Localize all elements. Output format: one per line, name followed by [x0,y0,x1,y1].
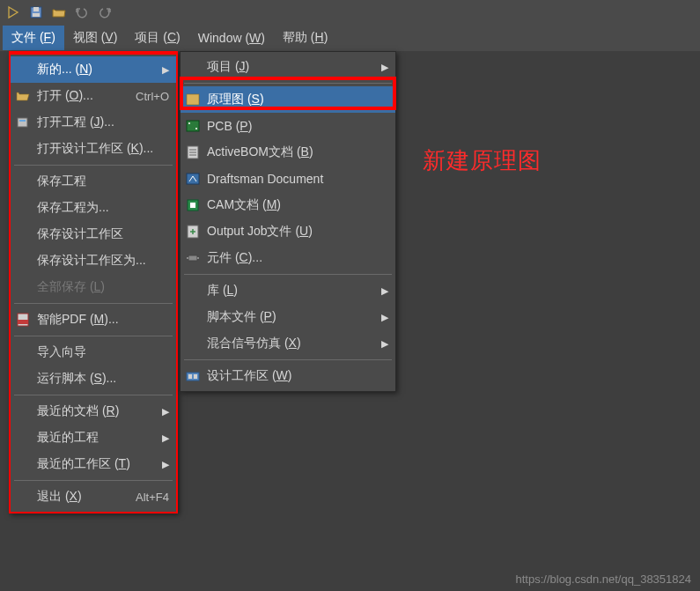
menu-item-label: 最近的工作区 (T) [37,456,155,472]
file-menu-item-0[interactable]: 新的... (N)▶ [11,56,176,83]
menu-item-label: 保存设计工作区为... [37,253,169,269]
svg-rect-8 [187,121,199,131]
file-menu-item-2[interactable]: 打开工程 (J)... [11,109,176,136]
blank-icon [14,174,32,189]
svg-rect-3 [18,118,27,127]
new-submenu-item-3[interactable]: PCB (P) [181,113,395,139]
file-menu-item-7[interactable]: 保存设计工作区 [11,221,176,247]
menu-help[interactable]: 帮助 (H) [274,26,336,50]
new-submenu-item-5[interactable]: Draftsman Document [181,166,395,192]
blank-icon [14,456,32,472]
menu-item-label: ActiveBOM文档 (B) [207,144,388,160]
new-submenu-item-11[interactable]: 脚本文件 (P)▶ [181,304,395,330]
chevron-right-icon: ▶ [381,338,388,350]
file-menu-item-8[interactable]: 保存设计工作区为... [11,247,176,274]
menu-item-label: 库 (L) [207,283,374,299]
file-menu-item-16[interactable]: 最近的文档 (R)▶ [11,398,176,425]
svg-rect-4 [19,120,26,122]
svg-rect-1 [33,7,39,11]
file-menu-item-11[interactable]: 智能PDF (M)... [11,307,176,333]
new-submenu-item-2[interactable]: 原理图 (S) [181,86,395,113]
file-dropdown: 新的... (N)▶打开 (O)...Ctrl+O打开工程 (J)...打开设计… [9,51,178,513]
blank-icon [14,141,32,157]
menu-item-label: 项目 (J) [207,59,374,75]
file-menu-item-6[interactable]: 保存工程为... [11,195,176,221]
blank-icon [14,430,32,446]
chevron-right-icon: ▶ [381,312,388,323]
menu-item-label: 混合信号仿真 (X) [207,336,374,351]
blank-icon [184,309,202,325]
blank-icon [14,62,32,78]
menu-separator [184,274,392,275]
new-submenu-item-0[interactable]: 项目 (J)▶ [181,54,395,80]
menu-item-label: 新的... (N) [37,62,155,78]
menu-item-label: 智能PDF (M)... [37,312,169,328]
toolbar [0,0,700,25]
save-icon[interactable] [28,4,44,20]
draftsman-icon [184,171,202,187]
pcb-icon [184,118,202,134]
annotation-text: 新建原理图 [423,145,542,176]
file-menu-item-1[interactable]: 打开 (O)...Ctrl+O [11,83,176,109]
file-menu-item-13[interactable]: 导入向导 [11,339,176,366]
new-submenu-item-4[interactable]: ActiveBOM文档 (B) [181,139,395,166]
undo-icon[interactable] [74,4,90,20]
menu-separator [184,359,392,360]
menu-item-label: 打开工程 (J)... [37,115,169,130]
pdf-icon [14,312,32,328]
redo-icon[interactable] [97,4,113,20]
menu-separator [14,336,173,336]
menu-item-label: 脚本文件 (P) [207,309,374,325]
menu-view[interactable]: 视图 (V) [64,26,127,50]
menu-item-label: 运行脚本 (S)... [37,371,169,387]
file-menu-item-14[interactable]: 运行脚本 (S)... [11,366,176,392]
blank-icon [14,344,32,360]
blank-icon [14,226,32,242]
menu-separator [14,165,173,166]
svg-rect-24 [194,374,197,379]
file-menu-item-20[interactable]: 退出 (X)Alt+F4 [11,484,176,510]
new-submenu-item-12[interactable]: 混合信号仿真 (X)▶ [181,330,395,357]
menu-item-label: 最近的文档 (R) [37,403,155,419]
new-submenu-item-10[interactable]: 库 (L)▶ [181,277,395,304]
file-menu-item-5[interactable]: 保存工程 [11,168,176,195]
menu-item-label: 保存设计工作区 [37,226,169,242]
menu-file[interactable]: 文件 (F) [3,26,64,50]
svg-rect-15 [187,174,199,184]
blank-icon [14,403,32,419]
menu-item-label: PCB (P) [207,119,388,133]
chevron-right-icon: ▶ [381,285,388,297]
svg-rect-17 [190,203,195,208]
menu-project[interactable]: 项目 (C) [126,26,188,50]
new-submenu-item-7[interactable]: Output Job文件 (U) [181,218,395,245]
svg-rect-6 [18,320,28,324]
folder-open-icon[interactable] [51,4,67,20]
svg-point-10 [195,128,197,129]
watermark: https://blog.csdn.net/qq_38351824 [516,573,692,586]
new-submenu-item-14[interactable]: 设计工作区 (W) [181,363,395,389]
cam-icon [184,197,202,213]
menu-item-shortcut: Alt+F4 [136,491,169,504]
blank-icon [184,59,202,75]
menu-item-label: 设计工作区 (W) [207,368,388,384]
blank-icon [14,489,32,505]
menu-item-label: Output Job文件 (U) [207,224,388,240]
blank-icon [14,253,32,269]
file-menu-item-18[interactable]: 最近的工作区 (T)▶ [11,451,176,477]
folder-open-icon [14,88,32,104]
file-menu-item-3[interactable]: 打开设计工作区 (K)... [11,136,176,162]
file-menu-item-17[interactable]: 最近的工程▶ [11,425,176,451]
menu-window[interactable]: Window (W) [189,26,274,49]
new-submenu-item-8[interactable]: 元件 (C)... [181,245,395,271]
new-submenu-item-6[interactable]: CAM文档 (M) [181,192,395,218]
chevron-right-icon: ▶ [162,459,169,470]
chevron-right-icon: ▶ [162,406,169,417]
chevron-right-icon: ▶ [162,64,169,76]
menu-item-label: 退出 (X) [37,489,127,505]
menu-item-label: 元件 (C)... [207,250,388,266]
svg-point-9 [188,122,190,124]
new-submenu: 项目 (J)▶原理图 (S)PCB (P)ActiveBOM文档 (B)Draf… [180,51,396,392]
menu-file-label: 文件 ( [11,30,44,44]
svg-rect-19 [188,255,197,261]
blank-icon [14,200,32,216]
